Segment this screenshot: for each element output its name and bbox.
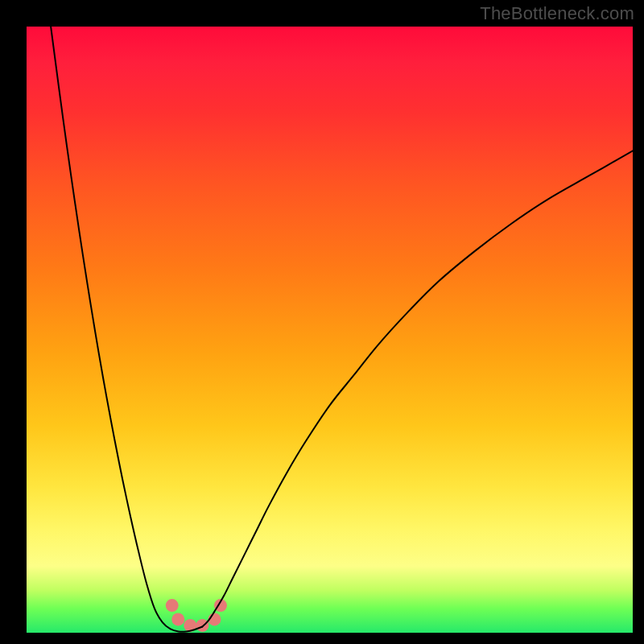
series-right-branch [202, 151, 633, 626]
curve-lines-layer [51, 27, 633, 632]
data-dot [166, 599, 179, 612]
series-left-branch [51, 27, 202, 632]
watermark-label: TheBottleneck.com [480, 3, 634, 24]
chart-frame: TheBottleneck.com [0, 0, 644, 644]
bottleneck-curve [27, 27, 633, 633]
plot-area [27, 27, 633, 633]
data-dot [196, 619, 208, 632]
data-dots-layer [166, 599, 227, 632]
data-dot [171, 613, 184, 625]
